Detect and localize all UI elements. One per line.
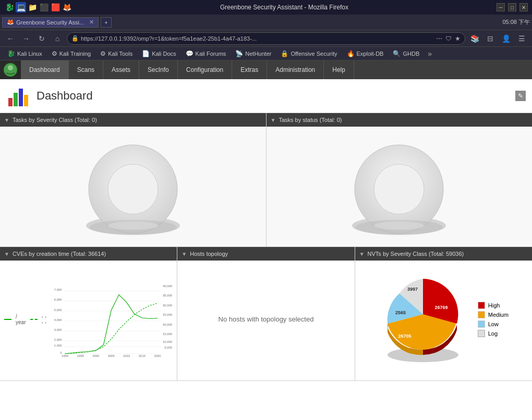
- nav-administration[interactable]: Administration: [267, 60, 324, 79]
- nvts-severity-title: NVTs by Severity Class (Total: 59036): [368, 251, 464, 257]
- start-icon[interactable]: 🐉: [4, 2, 15, 13]
- browser-tab-active[interactable]: 🦊 Greenbone Security Assi... ✕: [2, 17, 99, 28]
- cves-creation-arrow[interactable]: ▼: [4, 251, 9, 257]
- legend-low-color: [478, 320, 485, 328]
- dashboard-header: Dashboard ✎: [0, 79, 532, 113]
- tasks-severity-arrow[interactable]: ▼: [4, 117, 9, 123]
- user-btn[interactable]: 👤: [500, 32, 512, 45]
- tasks-status-donut: [313, 134, 485, 239]
- bookmarks-more-btn[interactable]: »: [426, 50, 434, 58]
- reload-button[interactable]: ↻: [35, 32, 48, 45]
- svg-text:15,000: 15,000: [163, 332, 173, 336]
- legend-low-label: Low: [488, 321, 499, 327]
- svg-text:20,000: 20,000: [163, 323, 173, 326]
- legend-high-label: High: [488, 302, 500, 308]
- nvts-severity-arrow[interactable]: ▼: [359, 251, 365, 257]
- forward-button[interactable]: →: [20, 32, 32, 45]
- nav-help[interactable]: Help: [324, 60, 354, 79]
- nethunter-icon: 📡: [235, 50, 243, 57]
- close-btn[interactable]: ✕: [519, 3, 528, 11]
- tasks-status-header[interactable]: ▼ Tasks by status (Total: 0): [267, 113, 533, 127]
- taskbar-icon-1[interactable]: 💻: [16, 2, 26, 13]
- greenbone-logo-svg: [3, 63, 18, 77]
- legend-log-label: Log: [488, 330, 498, 337]
- tasks-severity-header[interactable]: ▼ Tasks by Severity Class (Total: 0): [0, 113, 266, 127]
- nvts-severity-panel: ▼ NVTs by Severity Class (Total: 59036): [355, 247, 532, 380]
- bookmark-kali-docs[interactable]: 📄 Kali Docs: [138, 48, 180, 59]
- app-navigation: Dashboard Scans Assets SecInfo Configura…: [0, 60, 532, 79]
- cves-creation-header[interactable]: ▼ CVEs by creation time (Total: 36614): [0, 247, 177, 261]
- dashboard-settings-button[interactable]: ✎: [515, 91, 526, 101]
- bookmark-kali-training[interactable]: ⚙ Kali Training: [47, 48, 95, 59]
- menu-btn[interactable]: ☰: [515, 32, 528, 45]
- minimize-btn[interactable]: ─: [497, 3, 505, 11]
- bookmark-kali-forums[interactable]: 💬 Kali Forums: [182, 48, 231, 59]
- svg-text:0: 0: [60, 351, 62, 354]
- svg-text:2015: 2015: [139, 354, 146, 357]
- nav-secinfo[interactable]: SecInfo: [139, 60, 178, 79]
- sidebar-btn[interactable]: 📚: [468, 32, 481, 45]
- tasks-status-body: [267, 127, 533, 246]
- reader-mode-icon[interactable]: ⋯: [436, 35, 442, 42]
- legend-log-color: [478, 330, 485, 337]
- browser-tabbar: 🦊 Greenbone Security Assi... ✕ + 05:08 下…: [0, 15, 532, 30]
- nav-assets[interactable]: Assets: [103, 60, 139, 79]
- hosts-topology-body: No hosts with topology selected: [177, 261, 354, 378]
- maximize-btn[interactable]: □: [508, 3, 516, 11]
- taskbar-icon-4[interactable]: 🟥: [50, 2, 61, 13]
- bookmark-ghdb[interactable]: 🔍 GHDB: [389, 48, 424, 59]
- tasks-status-title: Tasks by status (Total: 0): [279, 117, 342, 123]
- new-tab-btn[interactable]: +: [101, 17, 111, 28]
- nav-configuration[interactable]: Configuration: [178, 60, 232, 79]
- cves-line-chart-svg: 7,000 6,000 5,000 4,000 3,000 2,000 1,00…: [50, 270, 173, 372]
- svg-text:1990: 1990: [62, 354, 69, 357]
- nvts-severity-header[interactable]: ▼ NVTs by Severity Class (Total: 59036): [355, 247, 532, 261]
- dashed-label: - - - -: [42, 314, 50, 325]
- bookmark-kali-tools[interactable]: ⚙ Kali Tools: [96, 48, 137, 59]
- firefox-icon: 🦊: [7, 19, 14, 26]
- hosts-topology-arrow[interactable]: ▼: [182, 251, 187, 257]
- url-text: https://127.0.0.1:9392/omp?r=1&token=f5a…: [81, 35, 257, 42]
- hosts-topology-header[interactable]: ▼ Hosts topology: [177, 247, 354, 261]
- synced-tabs-btn[interactable]: ⊟: [484, 32, 497, 45]
- offensive-security-icon: 🔒: [281, 50, 288, 57]
- kali-docs-icon: 📄: [142, 50, 150, 57]
- kali-training-icon: ⚙: [52, 50, 57, 57]
- bookmark-label: Kali Linux: [17, 51, 42, 57]
- back-button[interactable]: ←: [4, 32, 17, 45]
- bookmark-kali-linux[interactable]: 🐉 Kali Linux: [3, 48, 46, 59]
- bookmark-nethunter[interactable]: 📡 NetHunter: [231, 48, 275, 59]
- taskbar-icon-3[interactable]: ⬛: [39, 2, 49, 13]
- bookmark-exploit-db[interactable]: 🔥 Exploit-DB: [343, 48, 388, 59]
- taskbar-icon-2[interactable]: 📁: [27, 2, 38, 13]
- address-bar[interactable]: 🔒 https://127.0.0.1:9392/omp?r=1&token=f…: [67, 32, 465, 45]
- kali-linux-icon: 🐉: [7, 50, 15, 57]
- hosts-topology-title: Hosts topology: [190, 251, 228, 257]
- nav-extras[interactable]: Extras: [232, 60, 267, 79]
- taskbar-icon-5[interactable]: 🦊: [62, 2, 72, 13]
- app-logo: [0, 60, 21, 79]
- svg-text:2005: 2005: [107, 354, 115, 357]
- tasks-status-arrow[interactable]: ▼: [271, 117, 276, 123]
- bookmark-offensive-security[interactable]: 🔒 Offensive Security: [276, 48, 341, 59]
- bookmark-label: Exploit-DB: [357, 51, 384, 57]
- system-time: 05:08 下午: [502, 18, 530, 26]
- line-chart-legend: / year - - - -: [4, 314, 50, 325]
- nav-scans[interactable]: Scans: [69, 60, 103, 79]
- app-container: Dashboard Scans Assets SecInfo Configura…: [0, 60, 532, 420]
- svg-text:35,000: 35,000: [163, 294, 173, 297]
- charts-row-1: ▼ Tasks by Severity Class (Total: 0): [0, 113, 532, 247]
- bookmark-label: Kali Tools: [108, 51, 132, 57]
- kali-tools-icon: ⚙: [100, 50, 106, 57]
- tab-close-icon[interactable]: ✕: [89, 19, 94, 26]
- legend-high-color: [478, 302, 485, 309]
- no-hosts-message: No hosts with topology selected: [219, 315, 314, 323]
- bookmark-label: NetHunter: [245, 51, 271, 57]
- cves-creation-panel: ▼ CVEs by creation time (Total: 36614) /…: [0, 247, 177, 380]
- nav-dashboard[interactable]: Dashboard: [21, 60, 69, 79]
- legend-high: High: [478, 302, 509, 309]
- home-button[interactable]: ⌂: [51, 32, 64, 45]
- pocket-icon[interactable]: 🛡: [445, 35, 452, 42]
- svg-point-1: [8, 65, 13, 70]
- bookmark-star-icon[interactable]: ★: [455, 35, 461, 42]
